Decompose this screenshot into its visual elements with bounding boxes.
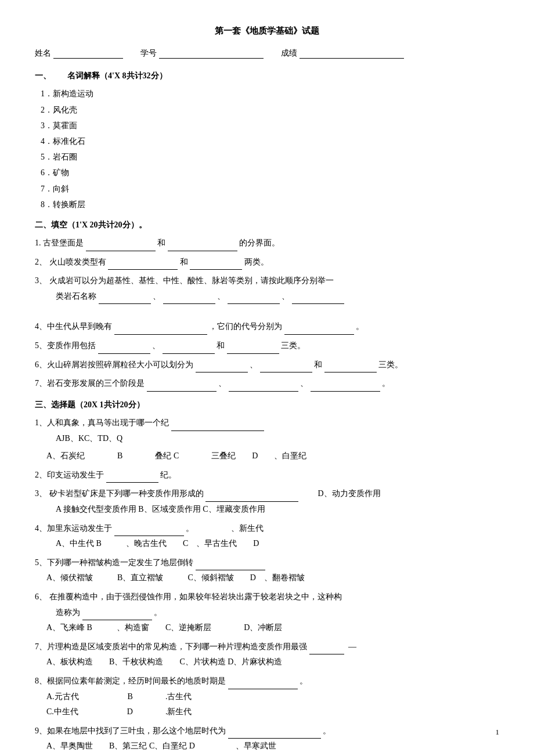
section3-q3: 3、 矽卡岩型矿床是下列哪一种变质作用形成的 D、动力变质作用 A 接触交代型变… — [35, 486, 499, 517]
q5-text3: 三类。 — [281, 341, 305, 350]
q1-label: 1、人和真象，真马等出现于哪一个纪 — [35, 418, 169, 427]
section3-title: 三、选择题（20X 1共计20分） — [35, 397, 499, 412]
q7-text1: 7、岩石变形发展的三个阶段是 — [35, 379, 145, 388]
q2-text: 2、 火山喷发类型有 — [35, 258, 106, 266]
q6-text2: 和 — [314, 360, 322, 369]
q7-options: A、板状构造 B、千枚状构造 C、片状构造 D、片麻状构造 — [46, 654, 499, 670]
list-item: 6．矿物 — [41, 165, 499, 180]
section3-q7: 7、片理构造是区域变质岩中的常见构造，下列哪一种片理构造变质作用最强 — A、板… — [35, 639, 499, 670]
list-item: 3．莫霍面 — [41, 118, 499, 133]
section2-q1: 1. 古登堡面是 和 的分界面。 — [35, 236, 499, 251]
list-item: 5．岩石圈 — [41, 150, 499, 164]
section3-q4: 4、加里东运动发生于 。 、新生代 A、中生代 B 、晚古生代 C 、早古生代 … — [35, 521, 499, 552]
q3-extra: D、动力变质作用 — [318, 489, 381, 498]
header-row: 姓名 学号 成绩 — [35, 46, 499, 60]
section1: 一、 名词解释（4'X 8共计32分） 1．新构造运动 2．风化壳 3．莫霍面 … — [35, 68, 499, 212]
section2-q5: 5、变质作用包括 、 和 三类。 — [35, 338, 499, 354]
q3-text1: 3、 火成岩可以分为超基性、基性、中性、酸性、脉岩等类别，请按此顺序分别举一 — [35, 276, 334, 285]
score-label: 成绩 — [281, 46, 297, 60]
q1-text2: 和 — [157, 238, 165, 247]
section3: 三、选择题（20X 1共计20分） 1、人和真象，真马等出现于哪一个纪 AJB、… — [35, 397, 499, 756]
section3-q9: 9、如果在地层中找到了三叶虫，那么这个地层时代为 。 A、早奥陶世 B、第三纪 … — [35, 724, 499, 754]
q6-options: A、飞来峰 B 、构造窗 C、逆掩断层 D、冲断层 — [46, 620, 499, 636]
q2-text2: 和 — [180, 258, 188, 266]
q4-text3: 。 — [356, 322, 364, 331]
list-item: 1．新构造运动 — [41, 86, 499, 101]
q1-num: 1. — [35, 238, 41, 247]
id-label: 学号 — [140, 46, 157, 60]
section3-q2: 2、印支运动发生于 纪。 — [35, 468, 499, 483]
q4-label: 4、加里东运动发生于 — [35, 524, 112, 533]
q3-text2: 类岩石名称 — [56, 292, 96, 301]
section2-q2: 2、 火山喷发类型有 和 两类。 — [35, 255, 499, 270]
q2-label: 2、印支运动发生于 — [35, 471, 104, 479]
q8-options: A.元古代 B .古生代 C.中生代 D .新生代 — [46, 689, 499, 720]
section2-q4: 4、中生代从早到晚有 ，它们的代号分别为 。 — [35, 319, 499, 335]
section3-q8: 8、根据同位素年龄测定，经历时间最长的地质时期是 。 A.元古代 B .古生代 … — [35, 674, 499, 720]
page-title: 第一套《地质学基础》试题 — [35, 23, 499, 39]
q1-sub: AJB、KC、TD、Q — [56, 431, 499, 447]
section2: 二、填空（1'X 20共计20分）。 1. 古登堡面是 和 的分界面。 2、 火… — [35, 218, 499, 392]
page-number: 1 — [496, 725, 500, 739]
section2-q7: 7、岩石变形发展的三个阶段是 、 、 。 — [35, 376, 499, 392]
section1-items: 1．新构造运动 2．风化壳 3．莫霍面 4．标准化石 5．岩石圈 6．矿物 7．… — [35, 86, 499, 212]
q1-text1: 古登堡面是 — [43, 238, 84, 247]
q1-text3: 的分界面。 — [239, 238, 280, 247]
section1-title: 一、 名词解释（4'X 8共计32分） — [35, 68, 499, 83]
section3-q6: 6、 在推覆构造中，由于强烈侵蚀作用，如果较年轻岩块出露于较老岩块之中，这种构 … — [35, 589, 499, 636]
section3-q1: 1、人和真象，真马等出现于哪一个纪 AJB、KC、TD、Q A、石炭纪 B 叠纪… — [35, 415, 499, 464]
q8-label: 8、根据同位素年龄测定，经历时间最长的地质时期是 — [35, 677, 226, 685]
q5-label: 5、下列哪一种褶皱构造一定发生了地层倒转 — [35, 558, 193, 567]
q3-options: A 接触交代型变质作用 B、区域变质作用 C、埋藏变质作用 — [56, 502, 499, 518]
q5-options: A、倾伏褶皱 B、直立褶皱 C、倾斜褶皱 D 、翻卷褶皱 — [46, 570, 499, 586]
list-item: 4．标准化石 — [41, 134, 499, 149]
section2-q3: 3、 火成岩可以分为超基性、基性、中性、酸性、脉岩等类别，请按此顺序分别举一 类… — [35, 273, 499, 304]
q4-options: A、中生代 B 、晚古生代 C 、早古生代 D — [56, 536, 499, 552]
q9-label: 9、如果在地层中找到了三叶虫，那么这个地层时代为 — [35, 726, 226, 735]
list-item: 8．转换断层 — [41, 197, 499, 212]
q2-suffix: 纪。 — [160, 471, 176, 479]
q6-label: 6、 在推覆构造中，由于强烈侵蚀作用，如果较年轻岩块出露于较老岩块之中，这种构 — [35, 592, 342, 601]
q6-text3: 三类。 — [378, 360, 403, 369]
q6-text2: 造称为 — [56, 608, 80, 617]
section2-q6: 6、火山碎屑岩按照碎屑粒径大小可以划分为 、 和 三类。 — [35, 357, 499, 373]
list-item: 2．风化壳 — [41, 103, 499, 117]
section3-q5: 5、下列哪一种褶皱构造一定发生了地层倒转 A、倾伏褶皱 B、直立褶皱 C、倾斜褶… — [35, 555, 499, 586]
q6-text1: 6、火山碎屑岩按照碎屑粒径大小可以划分为 — [35, 360, 193, 369]
name-label: 姓名 — [35, 46, 51, 60]
q4-text2: ，它们的代号分别为 — [209, 322, 282, 331]
q5-text2: 和 — [217, 341, 225, 350]
q5-text1: 5、变质作用包括 — [35, 341, 96, 350]
q3-label: 3、 矽卡岩型矿床是下列哪一种变质作用形成的 — [35, 489, 204, 498]
q4-text1: 4、中生代从早到晚有 — [35, 322, 112, 331]
q9-options: A、早奥陶世 B、第三纪 C、白垩纪 D 、早寒武世 — [46, 739, 499, 754]
list-item: 7．向斜 — [41, 182, 499, 196]
q4-extra: 、新生代 — [231, 524, 264, 533]
q7-label: 7、片理构造是区域变质岩中的常见构造，下列哪一种片理构造变质作用最强 — [35, 642, 307, 651]
q2-text3: 两类。 — [244, 258, 269, 266]
section2-title: 二、填空（1'X 20共计20分）。 — [35, 218, 499, 232]
q1-options: A、石炭纪 B 叠纪 C 三叠纪 D 、白垩纪 — [46, 448, 499, 464]
